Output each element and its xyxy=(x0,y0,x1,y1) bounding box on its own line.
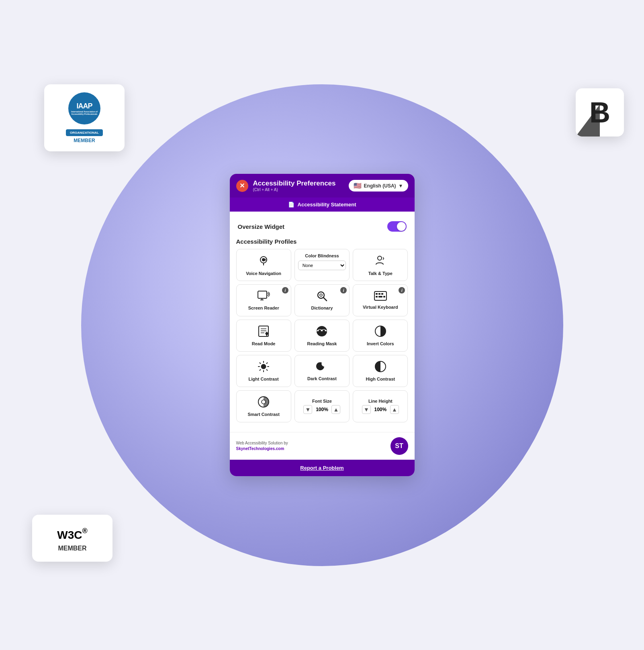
features-row-3: Read Mode Reading Mask Invert Colors xyxy=(236,320,408,352)
line-height-decrement[interactable]: ▼ xyxy=(362,405,371,414)
svg-point-4 xyxy=(383,258,384,259)
footer-link[interactable]: SkynetTechnologies.com xyxy=(236,446,284,451)
svg-point-37 xyxy=(262,400,266,404)
talk-type-label: Talk & Type xyxy=(368,271,393,276)
dark-contrast-card[interactable]: Dark Contrast xyxy=(294,355,350,387)
panel-body: Oversize Widget Accessibility Profiles V… xyxy=(230,212,415,432)
virtual-keyboard-info-icon[interactable]: i xyxy=(399,287,405,293)
features-row-4: Light Contrast Dark Contrast High Contra… xyxy=(236,355,408,387)
b-card: B xyxy=(576,88,624,137)
line-height-controls: ▼ 100% ▲ xyxy=(362,405,399,414)
language-selector[interactable]: 🇺🇸 English (USA) ▼ xyxy=(349,180,408,192)
virtual-keyboard-label: Virtual Keyboard xyxy=(363,305,398,310)
iaap-member-label: MEMBER xyxy=(52,138,117,143)
statement-bar[interactable]: 📄 Accessibility Statement xyxy=(230,198,415,212)
bottom-row: Smart Contrast Font Size ▼ 100% ▲ Line H… xyxy=(236,390,408,422)
voice-navigation-label: Voice Navigation xyxy=(246,271,281,276)
svg-rect-15 xyxy=(376,296,378,297)
high-contrast-label: High Contrast xyxy=(366,377,395,381)
font-size-value: 100% xyxy=(315,407,329,412)
virtual-keyboard-card[interactable]: i Virtual Keyboard xyxy=(353,284,408,316)
line-height-value: 100% xyxy=(373,407,388,412)
iaap-card: IAAP International Association of Access… xyxy=(44,84,125,151)
svg-rect-5 xyxy=(258,291,267,298)
dictionary-card[interactable]: i Dictionary xyxy=(294,284,350,316)
report-problem-button[interactable]: Report a Problem xyxy=(230,460,415,476)
panel-title-text: Accessibility Preferences xyxy=(253,179,336,187)
high-contrast-icon xyxy=(374,361,386,374)
iaap-logo: IAAP International Association of Access… xyxy=(68,92,100,124)
panel-title: Accessibility Preferences (Ctrl + Alt + … xyxy=(253,179,336,192)
invert-colors-icon xyxy=(374,325,386,339)
b-card-letter: B xyxy=(589,98,610,127)
light-contrast-label: Light Contrast xyxy=(249,377,279,381)
talk-type-icon xyxy=(374,254,387,269)
read-mode-label: Read Mode xyxy=(252,341,276,346)
oversize-widget-toggle[interactable] xyxy=(387,221,407,232)
iaap-org-label: ORGANIZATIONAL xyxy=(66,129,103,136)
svg-rect-13 xyxy=(378,293,380,295)
font-size-controls: ▼ 100% ▲ xyxy=(303,405,340,414)
svg-line-34 xyxy=(260,370,261,371)
reading-mask-label: Reading Mask xyxy=(307,341,337,346)
invert-colors-card[interactable]: Invert Colors xyxy=(353,320,408,352)
svg-rect-14 xyxy=(381,293,383,295)
screen-reader-info-icon[interactable]: i xyxy=(282,287,288,293)
dictionary-icon xyxy=(316,290,327,303)
footer-text: Web Accessibility Solution by SkynetTech… xyxy=(236,440,288,452)
panel-footer: Web Accessibility Solution by SkynetTech… xyxy=(230,432,415,460)
dictionary-label: Dictionary xyxy=(311,306,333,310)
smart-contrast-card[interactable]: Smart Contrast xyxy=(236,390,291,422)
dark-contrast-icon xyxy=(316,361,327,374)
dictionary-info-icon[interactable]: i xyxy=(340,287,347,293)
svg-point-24 xyxy=(323,330,325,332)
svg-point-3 xyxy=(378,256,382,260)
reading-mask-icon xyxy=(316,325,328,339)
reading-mask-card[interactable]: Reading Mask xyxy=(294,320,350,352)
skynet-logo-text: ST xyxy=(395,442,403,450)
svg-point-1 xyxy=(262,258,265,261)
svg-rect-17 xyxy=(383,296,385,297)
color-blindness-card: Color Blindness None Protanopia Deuteran… xyxy=(294,249,350,281)
profiles-label: Accessibility Profiles xyxy=(236,238,408,245)
svg-rect-16 xyxy=(378,296,382,297)
font-size-decrement[interactable]: ▼ xyxy=(303,405,312,414)
smart-contrast-icon xyxy=(258,396,270,410)
panel-shortcut: (Ctrl + Alt + A) xyxy=(253,187,336,192)
language-label: English (USA) xyxy=(364,183,396,189)
line-height-card: Line Height ▼ 100% ▲ xyxy=(353,390,408,422)
font-size-card: Font Size ▼ 100% ▲ xyxy=(294,390,350,422)
virtual-keyboard-icon xyxy=(374,291,387,302)
light-contrast-icon xyxy=(258,361,270,374)
svg-point-26 xyxy=(261,364,266,369)
screen-reader-card[interactable]: i Screen Reader xyxy=(236,284,291,316)
light-contrast-card[interactable]: Light Contrast xyxy=(236,355,291,387)
font-size-increment[interactable]: ▲ xyxy=(331,405,340,414)
iaap-subtitle: International Association of Accessibili… xyxy=(68,110,100,115)
statement-icon: 📄 xyxy=(288,202,294,208)
screen-reader-label: Screen Reader xyxy=(248,306,279,310)
w3c-card: W3C® MEMBER xyxy=(32,515,112,562)
panel-header-left: ✕ Accessibility Preferences (Ctrl + Alt … xyxy=(236,179,336,192)
read-mode-card[interactable]: Read Mode xyxy=(236,320,291,352)
line-height-increment[interactable]: ▲ xyxy=(390,405,399,414)
top-features-row: Voice Navigation Color Blindness None Pr… xyxy=(236,249,408,281)
toggle-knob xyxy=(397,222,406,231)
talk-type-card[interactable]: Talk & Type xyxy=(353,249,408,281)
dropdown-arrow-icon: ▼ xyxy=(399,183,403,189)
read-mode-icon xyxy=(258,325,269,339)
close-button[interactable]: ✕ xyxy=(236,180,248,192)
oversize-widget-label: Oversize Widget xyxy=(238,223,285,230)
flag-icon: 🇺🇸 xyxy=(354,182,362,189)
color-blindness-select[interactable]: None Protanopia Deuteranopia Tritanopia xyxy=(298,261,346,270)
svg-line-33 xyxy=(267,363,268,364)
oversize-widget-row: Oversize Widget xyxy=(236,218,408,235)
voice-navigation-card[interactable]: Voice Navigation xyxy=(236,249,291,281)
w3c-registered: ® xyxy=(82,527,87,535)
w3c-text: W3C xyxy=(57,529,82,541)
svg-point-23 xyxy=(319,330,321,332)
svg-line-9 xyxy=(323,297,327,301)
high-contrast-card[interactable]: High Contrast xyxy=(353,355,408,387)
color-blindness-label: Color Blindness xyxy=(305,253,339,258)
footer-line1: Web Accessibility Solution by xyxy=(236,441,288,445)
